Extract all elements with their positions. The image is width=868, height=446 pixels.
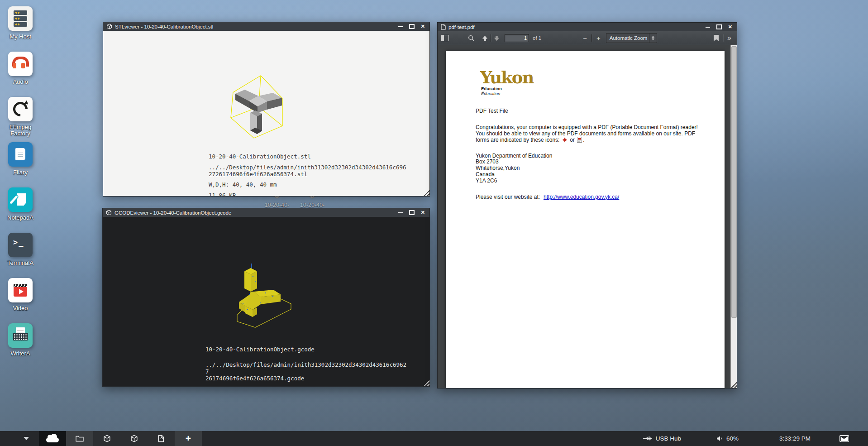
close-button[interactable]: ✕	[728, 24, 732, 29]
desktop-icon-label: FFmpeg Factory	[4, 124, 37, 137]
desktop-icon-writera[interactable]: WriterA	[4, 323, 37, 359]
clock-label: 3:33:29 PM	[779, 435, 811, 442]
maximize-button[interactable]	[409, 24, 415, 29]
chevron-down-icon	[24, 437, 29, 440]
stl-filepath: ../../Desktop/files/admin/inith31302d323…	[209, 164, 412, 177]
search-icon	[468, 35, 474, 41]
stl-viewer-window: STLviewer - 10-20-40-CalibrationObject.s…	[103, 22, 430, 197]
minimize-button[interactable]	[398, 26, 403, 27]
pdf-page: Yukon Education Éducation PDF Test File …	[446, 51, 725, 388]
terminal-prompt-icon	[8, 233, 33, 257]
zoom-select-value: Automatic Zoom	[610, 35, 648, 41]
mail-icon	[839, 435, 849, 442]
cube-icon	[130, 435, 138, 442]
pdf-paragraph: Congratulations, your computer is equipp…	[476, 124, 703, 144]
clock[interactable]: 3:33:29 PM	[779, 435, 811, 442]
desktop-icon-notepada[interactable]: NotepadA	[4, 187, 37, 223]
address-block: Yukon Department of Education Box 2703 W…	[476, 153, 711, 184]
website-link[interactable]: http://www.education.gov.yk.ca/	[544, 194, 619, 200]
pdf-document-icon	[158, 435, 164, 442]
gcode-titlebar[interactable]: GCODEviewer - 10-20-40-CalibrationObject…	[103, 208, 429, 217]
taskbar-gcodeviewer-button[interactable]	[120, 431, 148, 446]
scrollbar-thumb[interactable]	[731, 46, 737, 318]
minimize-button[interactable]	[398, 212, 403, 213]
page-number-input[interactable]	[505, 34, 529, 42]
pdf-document-icon	[441, 24, 446, 30]
desktop-icon-label: Audio	[13, 79, 28, 85]
toggle-sidebar-button[interactable]	[441, 35, 449, 41]
plus-icon: +	[186, 433, 191, 443]
taskbar-files-button[interactable]	[66, 431, 93, 446]
stl-canvas[interactable]: 10-20-40-CalibrationObject.stl ../../Des…	[103, 31, 429, 196]
acrobat-icon	[562, 137, 568, 143]
yukon-logo: Yukon	[480, 69, 711, 86]
window-title: pdf-test.pdf	[448, 24, 475, 30]
previous-page-button[interactable]	[482, 35, 488, 42]
stl-filename: 10-20-40-CalibrationObject.stl	[209, 153, 412, 160]
pdf-form-icon	[577, 137, 582, 143]
select-arrows-icon	[649, 34, 657, 43]
stl-filesize: 11.86 KB	[209, 192, 412, 196]
zoom-out-button[interactable]: −	[583, 35, 587, 42]
pdf-titlebar[interactable]: pdf-test.pdf ✕	[438, 23, 737, 31]
gcode-filename: 10-20-40-CalibrationObject.gcode	[205, 346, 409, 353]
taskbar: + USB Hub 60% 3:33:29 PM	[0, 431, 868, 446]
desktop-icon-filary[interactable]: Filary	[4, 142, 37, 178]
stl-titlebar[interactable]: STLviewer - 10-20-40-CalibrationObject.s…	[103, 22, 429, 31]
window-title: STLviewer - 10-20-40-CalibrationObject.s…	[115, 24, 213, 29]
volume-status[interactable]: 60%	[716, 435, 739, 442]
desktop-icon-column: My Host Audio FFmpeg Factory Filary Note…	[4, 6, 37, 359]
zoom-in-button[interactable]: +	[596, 35, 601, 42]
maximize-button[interactable]	[409, 210, 415, 215]
desktop-icon-terminala[interactable]: TerminalA	[4, 233, 37, 269]
resize-grip[interactable]	[422, 189, 429, 196]
resize-grip[interactable]	[422, 379, 429, 386]
taskbar-status-area: USB Hub 60% 3:33:29 PM	[643, 431, 868, 446]
cube-icon	[106, 24, 112, 29]
gcode-3d-render	[229, 264, 297, 331]
close-button[interactable]: ✕	[421, 24, 425, 29]
usb-label: USB Hub	[656, 435, 681, 442]
arrow-up-icon	[482, 35, 488, 42]
usb-icon	[643, 436, 652, 441]
pdf-heading: PDF Test File	[476, 108, 711, 114]
desktop-icon-video[interactable]: Video	[4, 278, 37, 314]
usb-status[interactable]: USB Hub	[643, 435, 681, 442]
desktop-icon-my-host[interactable]: My Host	[4, 6, 37, 42]
desktop-icon-label: NotepadA	[7, 215, 33, 221]
gcode-canvas[interactable]: 10-20-40-CalibrationObject.gcode ../../D…	[103, 217, 429, 386]
cube-icon	[106, 210, 112, 216]
gcode-file-info: 10-20-40-CalibrationObject.gcode ../../D…	[205, 346, 409, 386]
book-icon	[8, 142, 33, 167]
arrow-down-icon	[493, 35, 500, 42]
close-button[interactable]: ✕	[421, 210, 425, 215]
notifications[interactable]	[839, 435, 849, 442]
toolbar-more-button[interactable]: »	[727, 34, 731, 42]
pdf-toolbar: of 1 − + Automatic Zoom »	[438, 31, 737, 45]
presentation-bookmark-button[interactable]	[714, 35, 719, 41]
desktop-icon-label: TerminalA	[7, 260, 33, 266]
gcode-viewer-window: GCODEviewer - 10-20-40-CalibrationObject…	[102, 208, 430, 387]
desktop-icon-audio[interactable]: Audio	[4, 52, 37, 87]
pdf-document-text: Yukon Education Éducation PDF Test File …	[476, 69, 711, 200]
taskbar-pdfviewer-button[interactable]	[148, 431, 175, 446]
maximize-button[interactable]	[716, 24, 722, 29]
minimize-button[interactable]	[706, 27, 710, 28]
taskbar-menu-button[interactable]	[14, 431, 39, 446]
next-page-button[interactable]	[493, 35, 500, 42]
window-title: GCODEviewer - 10-20-40-CalibrationObject…	[114, 210, 231, 216]
stl-3d-render	[225, 68, 293, 143]
yukon-logo-education-fr: Éducation	[481, 91, 711, 96]
desktop-icon-ffmpeg-factory[interactable]: FFmpeg Factory	[4, 97, 37, 133]
speaker-icon	[716, 436, 723, 441]
search-button[interactable]	[468, 35, 474, 41]
pdf-scrollbar[interactable]	[730, 45, 737, 388]
cloud-icon	[46, 437, 59, 442]
taskbar-stlviewer-button[interactable]	[93, 431, 120, 446]
sidebar-icon	[441, 35, 449, 41]
taskbar-cloud-button[interactable]	[39, 431, 66, 446]
headphones-icon	[8, 52, 33, 76]
zoom-select[interactable]: Automatic Zoom	[606, 33, 657, 43]
taskbar-add-button[interactable]: +	[175, 431, 202, 446]
typewriter-icon	[8, 323, 33, 348]
